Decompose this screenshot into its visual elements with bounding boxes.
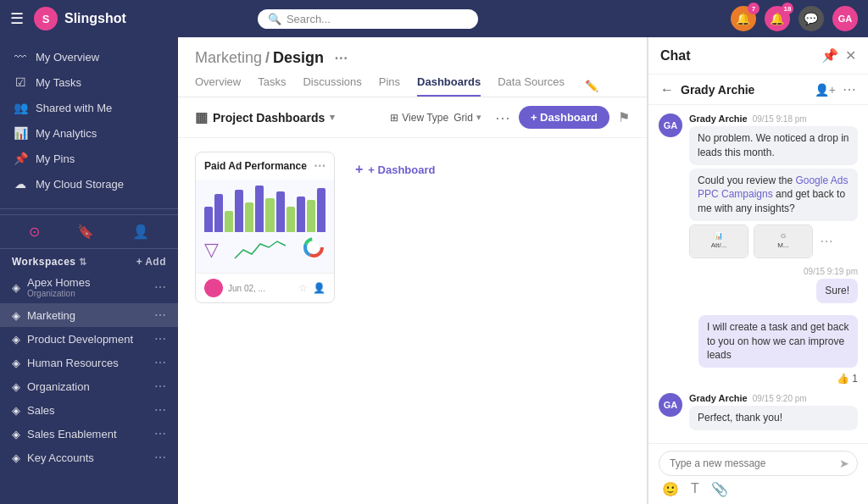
bar bbox=[214, 194, 223, 232]
card-avatar bbox=[204, 279, 223, 297]
edit-tabs-icon[interactable]: ✏️ bbox=[585, 80, 598, 92]
overview-icon: 〰 bbox=[14, 50, 27, 64]
sidebar-item-cloud[interactable]: ☁ My Cloud Storage bbox=[0, 171, 178, 197]
sidebar-item-label: My Overview bbox=[36, 51, 99, 64]
view-type-icon: ⊞ bbox=[390, 112, 398, 124]
attachment-1[interactable]: 📊 Att/... bbox=[689, 224, 748, 258]
alerts-icon[interactable]: 🔔 18 bbox=[765, 6, 790, 31]
chat-panel: Chat 📌 ✕ ← Grady Archie 👤+ ⋯ GA Grady Ar… bbox=[648, 37, 868, 504]
sidebar-item-analytics[interactable]: 📊 My Analytics bbox=[0, 120, 178, 146]
tab-dashboards[interactable]: Dashboards bbox=[417, 75, 481, 97]
search-bar[interactable]: 🔍 Search... bbox=[258, 9, 478, 29]
message-reaction[interactable]: 👍 1 bbox=[837, 373, 858, 385]
chat-message: GA Grady Archie 09/15 9:18 pm No problem… bbox=[659, 114, 858, 258]
sidebar-item-pins[interactable]: 📌 My Pins bbox=[0, 146, 178, 171]
tab-pins[interactable]: Pins bbox=[379, 75, 400, 97]
workspaces-header: Workspaces ⇅ + Add bbox=[0, 249, 178, 271]
card-star-icon[interactable]: ☆ bbox=[298, 282, 308, 294]
attachment-more-icon[interactable]: ⋯ bbox=[818, 224, 835, 258]
sidebar-item-label: My Cloud Storage bbox=[36, 178, 124, 191]
dashboard-card-visual: ▽ bbox=[196, 180, 334, 273]
workspace-item-marketing[interactable]: ◈ Marketing ⋯ bbox=[0, 303, 178, 327]
workspace-item-key-accounts[interactable]: ◈ Key Accounts ⋯ bbox=[0, 446, 178, 469]
dashboard-card-more-icon[interactable]: ⋯ bbox=[314, 159, 326, 173]
chat-more-icon[interactable]: ⋯ bbox=[843, 81, 856, 97]
workspace-more-icon[interactable]: ⋯ bbox=[154, 403, 166, 417]
project-dashboards-button[interactable]: ▦ Project Dashboards ▾ bbox=[195, 109, 335, 125]
chat-back-icon[interactable]: ← bbox=[660, 82, 674, 97]
google-ads-link[interactable]: Google Ads PPC Campaigns bbox=[698, 174, 848, 201]
filter-icon[interactable]: ⚑ bbox=[618, 109, 630, 125]
chat-input[interactable] bbox=[659, 451, 858, 476]
sidebar-item-tasks[interactable]: ☑ My Tasks bbox=[0, 69, 178, 95]
workspace-more-icon[interactable]: ⋯ bbox=[154, 379, 166, 393]
chevron-down-icon: ▾ bbox=[476, 112, 481, 123]
cloud-icon: ☁ bbox=[14, 177, 27, 191]
messages-icon[interactable]: 💬 bbox=[798, 6, 824, 31]
chat-close-icon[interactable]: ✕ bbox=[845, 47, 856, 64]
workspace-more-icon[interactable]: ⋯ bbox=[154, 356, 166, 369]
content-body: Paid Ad Performance ⋯ ▽ bbox=[178, 138, 647, 504]
line-chart bbox=[225, 237, 295, 263]
breadcrumb: Marketing / Design ⋯ bbox=[195, 49, 630, 67]
search-placeholder: Search... bbox=[287, 13, 331, 25]
dashboard-card-title: Paid Ad Performance bbox=[204, 160, 307, 172]
chat-add-user-icon[interactable]: 👤+ bbox=[815, 83, 836, 97]
workspace-more-icon[interactable]: ⋯ bbox=[154, 427, 166, 440]
workspace-item-sales-enablement[interactable]: ◈ Sales Enablement ⋯ bbox=[0, 422, 178, 446]
hamburger-icon[interactable]: ☰ bbox=[10, 9, 24, 28]
attachment-2[interactable]: G M... bbox=[754, 224, 813, 258]
workspace-layers-icon: ◈ bbox=[12, 380, 20, 393]
workspace-item-apex[interactable]: ◈ Apex Homes Organization ⋯ bbox=[0, 271, 178, 303]
text-format-icon[interactable]: T bbox=[691, 481, 699, 497]
sidebar-item-label: Shared with Me bbox=[36, 102, 112, 114]
tab-discussions[interactable]: Discussions bbox=[303, 75, 361, 97]
sidebar-tab-users[interactable]: 👤 bbox=[129, 220, 153, 243]
emoji-icon[interactable]: 🙂 bbox=[662, 481, 679, 497]
workspace-more-icon[interactable]: ⋯ bbox=[154, 280, 166, 294]
svg-point-3 bbox=[309, 242, 319, 252]
sidebar-tab-bookmark[interactable]: 🔖 bbox=[74, 220, 97, 243]
bar bbox=[297, 197, 305, 232]
sidebar-item-overview[interactable]: 〰 My Overview bbox=[0, 44, 178, 69]
sender-avatar: GA bbox=[659, 114, 682, 137]
workspace-item-hr[interactable]: ◈ Human Resources ⋯ bbox=[0, 351, 178, 374]
funnel-chart-icon: ▽ bbox=[204, 239, 219, 261]
workspace-more-icon[interactable]: ⋯ bbox=[154, 451, 166, 464]
attachment-row: 📊 Att/... G M... ⋯ bbox=[689, 224, 858, 258]
workspace-item-product[interactable]: ◈ Product Development ⋯ bbox=[0, 327, 178, 351]
tab-overview[interactable]: Overview bbox=[195, 75, 241, 97]
sidebar-item-label: My Pins bbox=[36, 152, 75, 165]
card-share-icon[interactable]: 👤 bbox=[313, 282, 326, 294]
notifications-icon[interactable]: 🔔 7 bbox=[731, 6, 756, 31]
chat-input-icons: 🙂 T 📎 bbox=[659, 476, 858, 497]
toolbar-more-icon[interactable]: ⋯ bbox=[495, 108, 510, 127]
add-workspace-button[interactable]: + Add bbox=[136, 256, 166, 268]
workspace-more-icon[interactable]: ⋯ bbox=[154, 332, 166, 346]
grid-icon: ▦ bbox=[195, 109, 208, 125]
sidebar-tab-layers[interactable]: ⊙ bbox=[25, 220, 43, 243]
user-avatar[interactable]: GA bbox=[832, 6, 858, 31]
workspace-name: Apex Homes bbox=[27, 276, 147, 289]
chat-pin-icon[interactable]: 📌 bbox=[821, 47, 838, 64]
tab-tasks[interactable]: Tasks bbox=[258, 75, 286, 97]
tab-data-sources[interactable]: Data Sources bbox=[498, 75, 565, 97]
view-type-button[interactable]: ⊞ View Type Grid ▾ bbox=[390, 112, 481, 124]
attachment-icon[interactable]: 📎 bbox=[711, 481, 728, 497]
dashboard-card[interactable]: Paid Ad Performance ⋯ ▽ bbox=[195, 152, 335, 303]
workspace-layers-icon: ◈ bbox=[12, 281, 20, 294]
add-dashboard-card[interactable]: + + Dashboard bbox=[348, 155, 442, 184]
send-button[interactable]: ➤ bbox=[839, 457, 849, 470]
workspace-more-icon[interactable]: ⋯ bbox=[154, 308, 166, 322]
add-dashboard-button[interactable]: + Dashboard bbox=[519, 106, 609, 129]
breadcrumb-more-icon[interactable]: ⋯ bbox=[334, 50, 348, 66]
bar bbox=[276, 191, 285, 232]
workspace-item-sales[interactable]: ◈ Sales ⋯ bbox=[0, 398, 178, 422]
workspace-name: Sales bbox=[27, 404, 147, 417]
dashboard-card-header: Paid Ad Performance ⋯ bbox=[196, 152, 334, 180]
workspace-name: Key Accounts bbox=[27, 451, 147, 464]
sidebar-item-shared[interactable]: 👥 Shared with Me bbox=[0, 95, 178, 120]
chat-message-mine: 09/15 9:19 pm Sure! bbox=[659, 267, 858, 307]
workspace-item-org[interactable]: ◈ Organization ⋯ bbox=[0, 374, 178, 398]
sort-icon[interactable]: ⇅ bbox=[79, 257, 87, 268]
